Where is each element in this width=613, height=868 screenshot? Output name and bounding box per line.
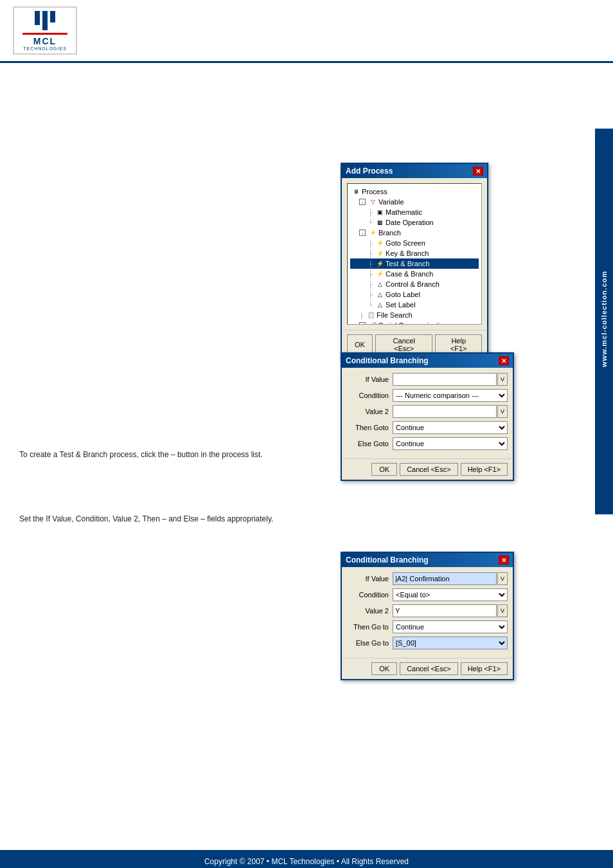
- tree-item-goto-label[interactable]: ├ △ Goto Label: [350, 289, 479, 300]
- body-text-1-para: To create a Test & Branch process, click…: [19, 449, 328, 460]
- tree-label-mathematic: Mathematic: [386, 208, 422, 216]
- else-goto-select-2[interactable]: [S_00]: [393, 637, 508, 649]
- add-process-close-btn[interactable]: ✕: [473, 167, 483, 176]
- condition-row-1: Condition --- Numeric comparison ---: [347, 389, 508, 402]
- if-value-v-btn-1[interactable]: V: [497, 373, 508, 386]
- tree-label-date: Date Operation: [386, 219, 434, 226]
- cond-branch-1-title: Conditional Branching: [346, 356, 429, 365]
- expand-serial-icon[interactable]: +: [359, 322, 366, 325]
- tree-item-file-search[interactable]: ├ 📋 File Search: [350, 310, 479, 320]
- set-label-icon: △: [375, 300, 384, 309]
- expand-variable-icon[interactable]: -: [359, 199, 366, 205]
- tree-label-control-branch: Control & Branch: [386, 280, 440, 288]
- tree-label-process: Process: [362, 188, 387, 195]
- sidebar-text: · www.mcl-collection.com: [599, 271, 609, 373]
- value2-input-group-2: V: [393, 604, 508, 617]
- expand-branch-icon[interactable]: -: [359, 230, 366, 236]
- cond-branch-2-help-btn[interactable]: Help <F1>: [461, 662, 508, 675]
- tree-label-set-label: Set Label: [386, 301, 415, 309]
- cond-branch-1-close-btn[interactable]: ✕: [499, 356, 509, 365]
- connector-case-branch: ├: [368, 271, 373, 278]
- value2-v-btn-2[interactable]: V: [497, 604, 508, 617]
- cond-branch-1-help-btn[interactable]: Help <F1>: [461, 463, 508, 476]
- value2-row-1: Value 2 V: [347, 405, 508, 418]
- condition-select-2[interactable]: <Equal to>: [393, 588, 508, 601]
- tree-item-control-branch[interactable]: ├ △ Control & Branch: [350, 279, 479, 289]
- then-goto-row-1: Then Goto Continue: [347, 421, 508, 434]
- condition-row-2: Condition <Equal to>: [347, 588, 508, 601]
- serial-comm-icon: 🔗: [368, 321, 377, 325]
- tree-label-test-branch: Test & Branch: [386, 260, 429, 267]
- tree-item-branch[interactable]: - ⚡ Branch: [350, 228, 479, 238]
- logo-text-tech: TECHNOLOGIES: [23, 46, 67, 51]
- cond-branch-dialog-2: Conditional Branching ✕ If Value V Condi…: [341, 552, 514, 680]
- value2-label-2: Value 2: [347, 607, 389, 615]
- cond-branch-dialog-1: Conditional Branching ✕ If Value V Condi…: [341, 352, 514, 481]
- tree-item-test-branch[interactable]: ├ ⚡ Test & Branch: [350, 258, 479, 269]
- value2-input-1[interactable]: [393, 405, 497, 418]
- value2-row-2: Value 2 V: [347, 604, 508, 617]
- tree-item-mathematic[interactable]: ├ ▣ Mathematic: [350, 207, 479, 217]
- cond-branch-1-cancel-btn[interactable]: Cancel <Esc>: [400, 463, 458, 476]
- cond-branch-1-ok-btn[interactable]: OK: [371, 463, 397, 476]
- cond-branch-2-ok-btn[interactable]: OK: [371, 662, 397, 675]
- control-branch-icon: △: [375, 280, 384, 289]
- add-process-body: 🖥 Process - ▽ Variable ├ ▣ Mathematic └ …: [342, 178, 487, 330]
- if-value-v-btn-2[interactable]: V: [497, 572, 508, 585]
- add-process-dialog: Add Process ✕ 🖥 Process - ▽ Variable ├ ▣: [341, 163, 488, 360]
- key-branch-icon: ⚡: [375, 249, 384, 258]
- if-value-row-1: If Value V: [347, 373, 508, 386]
- then-goto-label-2: Then Go to: [347, 623, 389, 631]
- condition-select-1[interactable]: --- Numeric comparison ---: [393, 389, 508, 402]
- sidebar-watermark: · www.mcl-collection.com: [595, 129, 613, 514]
- tree-item-serial-comm[interactable]: + 🔗 Serial Communication: [350, 320, 479, 325]
- test-branch-icon: ⚡: [375, 259, 384, 268]
- tree-item-variable[interactable]: - ▽ Variable: [350, 197, 479, 207]
- tree-label-goto-label: Goto Label: [386, 291, 420, 298]
- footer-text: Copyright © 2007 • MCL Technologies • Al…: [204, 857, 409, 866]
- value2-input-2[interactable]: [393, 604, 497, 617]
- connector-set-label: └: [368, 302, 373, 309]
- connector-math: ├: [368, 209, 373, 216]
- if-value-row-2: If Value V: [347, 572, 508, 585]
- process-icon: 🖥: [351, 187, 360, 196]
- if-value-input-1[interactable]: [393, 373, 497, 386]
- cond-branch-2-footer: OK Cancel <Esc> Help <F1>: [342, 658, 513, 679]
- connector-file-search: ├: [359, 312, 364, 319]
- if-value-input-2[interactable]: [393, 572, 497, 585]
- tree-item-key-branch[interactable]: ├ ⚡ Key & Branch: [350, 248, 479, 258]
- then-goto-select-2[interactable]: Continue: [393, 620, 508, 633]
- tree-item-goto-screen[interactable]: ├ ⚡ Goto Screen: [350, 238, 479, 248]
- tree-item-process[interactable]: 🖥 Process: [350, 186, 479, 197]
- if-value-input-group-2: V: [393, 572, 508, 585]
- logo-bar-2: [42, 11, 48, 30]
- then-goto-select-1[interactable]: Continue: [393, 421, 508, 434]
- cond-branch-2-body: If Value V Condition <Equal to> Value 2 …: [342, 567, 513, 658]
- tree-item-set-label[interactable]: └ △ Set Label: [350, 300, 479, 310]
- if-value-input-group-1: V: [393, 373, 508, 386]
- else-goto-select-1[interactable]: Continue: [393, 437, 508, 450]
- add-process-tree[interactable]: 🖥 Process - ▽ Variable ├ ▣ Mathematic └ …: [347, 183, 482, 325]
- body-text-2-para: Set the If Value, Condition, Value 2, Th…: [19, 513, 328, 525]
- body-text-1: To create a Test & Branch process, click…: [19, 449, 328, 460]
- cond-branch-2-close-btn[interactable]: ✕: [499, 556, 509, 565]
- cond-branch-1-titlebar: Conditional Branching ✕: [342, 354, 513, 368]
- tree-item-date-operation[interactable]: └ ▩ Date Operation: [350, 217, 479, 228]
- if-value-label-2: If Value: [347, 575, 389, 583]
- cond-branch-1-body: If Value V Condition --- Numeric compari…: [342, 368, 513, 458]
- cond-branch-2-cancel-btn[interactable]: Cancel <Esc>: [400, 662, 458, 675]
- value2-label-1: Value 2: [347, 408, 389, 415]
- tree-item-case-branch[interactable]: ├ ⚡ Case & Branch: [350, 269, 479, 279]
- goto-label-icon: △: [375, 290, 384, 299]
- connector-date: └: [368, 219, 373, 226]
- math-icon: ▣: [375, 208, 384, 217]
- value2-v-btn-1[interactable]: V: [497, 405, 508, 418]
- value2-input-group-1: V: [393, 405, 508, 418]
- main-content: Add Process ✕ 🖥 Process - ▽ Variable ├ ▣: [0, 63, 613, 868]
- cond-branch-2-titlebar: Conditional Branching ✕: [342, 553, 513, 567]
- header: MCL TECHNOLOGIES: [0, 0, 613, 63]
- file-search-icon: 📋: [366, 311, 375, 320]
- add-process-titlebar: Add Process ✕: [342, 164, 487, 178]
- sidebar-url: www.mcl-collection.com: [600, 271, 608, 367]
- condition-label-1: Condition: [347, 392, 389, 399]
